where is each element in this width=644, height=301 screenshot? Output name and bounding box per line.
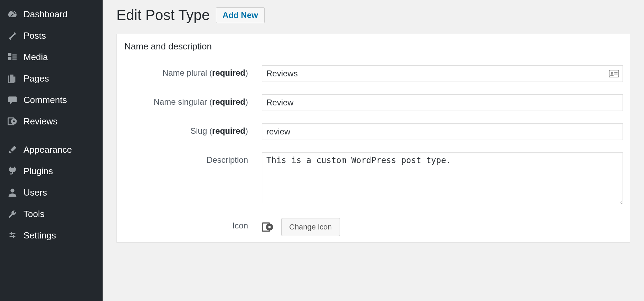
sidebar-item-pages[interactable]: Pages [0, 68, 103, 89]
svg-rect-6 [614, 72, 617, 73]
form-panel: Name and description Name plural (requir… [116, 34, 630, 243]
sidebar-item-label: Tools [23, 209, 45, 219]
settings-icon [6, 229, 19, 242]
label-name-plural: Name plural (required) [117, 59, 255, 88]
name-plural-input[interactable] [262, 65, 623, 82]
id-card-icon [609, 70, 619, 77]
svg-point-3 [10, 189, 14, 192]
name-singular-input[interactable] [262, 94, 623, 111]
media-icon [6, 51, 19, 63]
sidebar-item-dashboard[interactable]: Dashboard [0, 3, 103, 25]
dashboard-icon [6, 8, 19, 20]
pin-icon [6, 29, 19, 42]
label-slug: Slug (required) [117, 117, 255, 146]
label-icon: Icon [117, 212, 255, 242]
sidebar-item-label: Settings [23, 230, 56, 241]
label-name-singular: Name singular (required) [117, 88, 255, 117]
panel-title: Name and description [117, 34, 630, 59]
sidebar-item-label: Reviews [23, 116, 57, 127]
sidebar-item-comments[interactable]: Comments [0, 89, 103, 111]
sidebar-item-label: Media [23, 52, 48, 63]
svg-point-2 [13, 120, 15, 122]
current-icon-preview [262, 221, 274, 233]
users-icon [6, 186, 19, 199]
plug-icon [6, 165, 19, 177]
sidebar-item-reviews[interactable]: Reviews [0, 111, 103, 132]
menu-separator [0, 132, 103, 139]
svg-rect-7 [614, 74, 617, 74]
form-table: Name plural (required) Name singular ( [117, 59, 630, 242]
sidebar-item-label: Comments [23, 95, 67, 105]
sidebar-item-label: Appearance [23, 144, 72, 155]
sidebar-item-plugins[interactable]: Plugins [0, 160, 103, 182]
add-new-button[interactable]: Add New [216, 7, 265, 23]
sidebar-item-users[interactable]: Users [0, 182, 103, 203]
sidebar-item-tools[interactable]: Tools [0, 203, 103, 225]
page-header: Edit Post Type Add New [116, 7, 630, 23]
label-description: Description [117, 146, 255, 212]
svg-point-10 [268, 226, 271, 228]
main-content: Edit Post Type Add New Name and descript… [103, 0, 644, 301]
sidebar-item-settings[interactable]: Settings [0, 225, 103, 246]
sidebar-item-posts[interactable]: Posts [0, 25, 103, 46]
sidebar-item-label: Users [23, 187, 47, 198]
sidebar-item-label: Pages [23, 73, 49, 84]
comments-icon [6, 94, 19, 106]
sidebar-item-label: Dashboard [23, 9, 67, 20]
admin-sidebar: Dashboard Posts Media Pages Comments [0, 0, 103, 301]
page-title: Edit Post Type [116, 7, 210, 23]
sidebar-item-label: Posts [23, 30, 46, 41]
slug-input[interactable] [262, 123, 623, 140]
svg-point-5 [611, 72, 613, 74]
sidebar-item-media[interactable]: Media [0, 46, 103, 68]
wrench-icon [6, 208, 19, 220]
album-icon [6, 115, 19, 128]
change-icon-button[interactable]: Change icon [281, 218, 340, 236]
sidebar-item-label: Plugins [23, 166, 53, 177]
brush-icon [6, 143, 19, 156]
pages-icon [6, 72, 19, 85]
description-textarea[interactable] [262, 152, 623, 204]
sidebar-item-appearance[interactable]: Appearance [0, 139, 103, 160]
